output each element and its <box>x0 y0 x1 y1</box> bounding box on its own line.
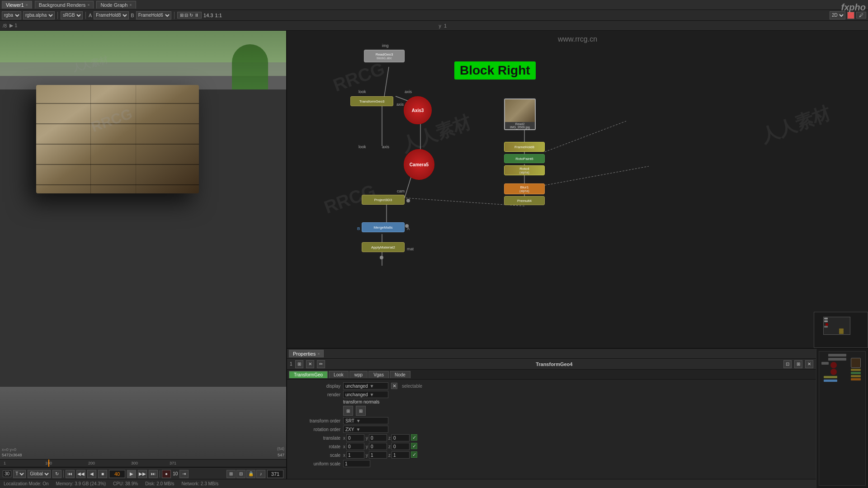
translate-check[interactable]: ✓ <box>411 434 417 441</box>
node-graph-close[interactable]: × <box>129 3 132 7</box>
framehold-b-select[interactable]: FrameHold6 <box>136 11 171 19</box>
mergematls-node[interactable]: MergeMatIs <box>362 222 405 232</box>
node-graph-canvas[interactable]: RRCG 人人素材 RRCG 人人素材 www.rrcg.cn Block Ri… <box>287 31 868 348</box>
properties-tab-close[interactable]: × <box>317 352 320 356</box>
play-btn[interactable]: ▶ <box>127 470 136 478</box>
in-btn[interactable]: ⊞ <box>226 470 236 478</box>
read2-thumbnail <box>505 99 535 122</box>
current-frame-input[interactable] <box>109 470 125 478</box>
scale-row: scale x 1 y 1 <box>291 451 812 459</box>
tn-icon1[interactable]: ⊞ <box>343 406 353 416</box>
project3d3-node[interactable]: Project3D3 <box>362 195 405 205</box>
roto4-node[interactable]: Roto4 (alpha) <box>504 165 545 175</box>
bg-renders-close[interactable]: × <box>87 3 90 7</box>
sound-btn[interactable]: ♪ <box>256 470 265 478</box>
premult4-node[interactable]: Premult4 <box>504 196 545 205</box>
viewer-toolbar2: /8 ▶ 1 y 1 <box>0 21 868 31</box>
tab-vgas[interactable]: Vgas <box>368 371 389 378</box>
properties-tab[interactable]: Properties × <box>289 350 324 357</box>
stop-btn[interactable]: ■ <box>98 470 107 478</box>
bottom-split: Properties × 1 ⊞ ✕ ✏ TransformGeo4 ⊡ <box>287 348 868 488</box>
framehold8-node[interactable]: FrameHold8 <box>504 142 545 152</box>
tf-select[interactable]: TF <box>13 470 26 478</box>
viewer-tab-close[interactable]: × <box>26 3 28 7</box>
img-label: img <box>382 43 389 48</box>
rotate-check[interactable]: ✓ <box>411 443 417 449</box>
framehold-a-select[interactable]: FrameHold8 <box>94 11 129 19</box>
back-btn[interactable]: ◀ <box>87 470 96 478</box>
translate-y[interactable]: 0 <box>369 434 387 441</box>
viewer-image-area[interactable]: RRCG 人人素材 5472x3648 547 x=0 y=0 (54) <box>0 31 286 459</box>
display-check[interactable]: ✕ <box>391 383 397 389</box>
jump-btn[interactable]: ⇥ <box>179 470 189 478</box>
bg-renders-tab[interactable]: Background Renders × <box>35 1 94 9</box>
rotate-x-item: x 0 <box>343 443 364 450</box>
tab-transformgeo[interactable]: TransformGeo <box>289 371 328 378</box>
loop-btn[interactable]: ↻ <box>52 470 61 478</box>
status-memory: Memory: 3.9 GB (24.3%) <box>56 481 106 486</box>
scale-x[interactable]: 1 <box>346 451 364 459</box>
display-select[interactable]: unchanged ▼ <box>343 382 388 389</box>
transform-normals-text: transform normals <box>343 399 380 404</box>
status-network: Network: 2.3 MB/s <box>182 481 219 486</box>
scale-check[interactable]: ✓ <box>411 451 417 458</box>
rotate-z[interactable]: 0 <box>392 443 410 450</box>
read2-node[interactable]: Read2IMG_9569.jpg <box>504 99 536 130</box>
viewer-icons[interactable]: ⊞ ⊟ ↻ ⏸ <box>177 12 202 19</box>
end-frame-input[interactable] <box>267 470 283 478</box>
translate-z[interactable]: 0 <box>392 434 410 441</box>
display-label: display <box>291 384 340 389</box>
applymaterial2-node[interactable]: ApplyMaterial2 <box>362 242 405 252</box>
rotopaint6-node[interactable]: RotoPaint6 <box>504 154 545 163</box>
prev-frame-btn[interactable]: ◀◀ <box>76 470 85 478</box>
mm-node-5 <box>830 369 837 375</box>
tab-node[interactable]: Node <box>390 371 410 378</box>
props-icon-btn2[interactable]: ✕ <box>306 360 314 368</box>
skip-start-btn[interactable]: ⏮ <box>66 470 75 478</box>
ruler-mark-0: 1 <box>4 461 6 465</box>
lock-btn[interactable]: 🔒 <box>246 470 255 478</box>
wand-btn[interactable]: 🖊 <box>856 12 866 19</box>
properties-area: Properties × 1 ⊞ ✕ ✏ TransformGeo4 ⊡ <box>287 349 816 488</box>
channel-select[interactable]: rgba <box>2 11 21 19</box>
out-btn[interactable]: ⊟ <box>236 470 245 478</box>
record-btn[interactable]: ● <box>162 470 171 478</box>
viewer-coords: x=0 y=0 <box>2 447 16 452</box>
colorspace-select[interactable]: sRGB <box>61 11 83 19</box>
render-select[interactable]: unchanged ▼ <box>343 391 388 398</box>
rotate-y[interactable]: 0 <box>369 443 387 450</box>
node-graph-tab[interactable]: Node Graph × <box>96 1 136 9</box>
axis3-node[interactable]: Axis3 <box>404 96 432 124</box>
props-tab-bar: Properties × <box>287 349 816 359</box>
props-icon-btn3[interactable]: ✏ <box>317 360 325 368</box>
skip-end-btn[interactable]: ⏭ <box>149 470 158 478</box>
rotate-x[interactable]: 0 <box>346 443 364 450</box>
uniform-scale-val[interactable]: 1 <box>343 460 370 467</box>
scale-z[interactable]: 1 <box>392 451 410 459</box>
rotation-order-select[interactable]: ZXY ▼ <box>343 426 388 433</box>
transformgeo3-node[interactable]: TransformGeo3 <box>350 96 393 106</box>
channel2-select[interactable]: rgba.alpha <box>23 11 55 19</box>
props-icon-btn1[interactable]: ⊞ <box>295 360 303 368</box>
props-right-btn2[interactable]: ⊞ <box>794 360 802 368</box>
camera5-node[interactable]: Camera5 <box>404 149 434 180</box>
transform-order-row: transform order SRT ▼ <box>291 417 812 424</box>
blur1-node[interactable]: Blur1 (alpha) <box>504 183 545 194</box>
space-select[interactable]: Global <box>28 470 51 478</box>
props-right-btn1[interactable]: ⊡ <box>783 360 792 368</box>
tab-wpp[interactable]: wpp <box>349 371 368 378</box>
block-right-label: Block Right <box>454 61 536 80</box>
tab-look[interactable]: Look <box>329 371 349 378</box>
tn-icon2[interactable]: ⊞ <box>356 406 366 416</box>
viewer-tab[interactable]: Viewer1 × <box>2 1 32 9</box>
transform-order-select[interactable]: SRT ▼ <box>343 417 388 424</box>
minimap-node-2 <box>824 320 828 322</box>
scale-y[interactable]: 1 <box>369 451 387 459</box>
props-close-btn[interactable]: ✕ <box>805 360 813 368</box>
rotate-label: rotate <box>291 444 340 449</box>
translate-x[interactable]: 0 <box>346 434 364 441</box>
fwd-btn[interactable]: ▶▶ <box>138 470 147 478</box>
ruler-mark-371: 371 <box>170 461 176 465</box>
readgeo3-node[interactable]: ReadGeo3 block1.abc <box>364 50 405 62</box>
viewer-panel: RRCG 人人素材 5472x3648 547 x=0 y=0 (54) 1 1… <box>0 31 287 488</box>
